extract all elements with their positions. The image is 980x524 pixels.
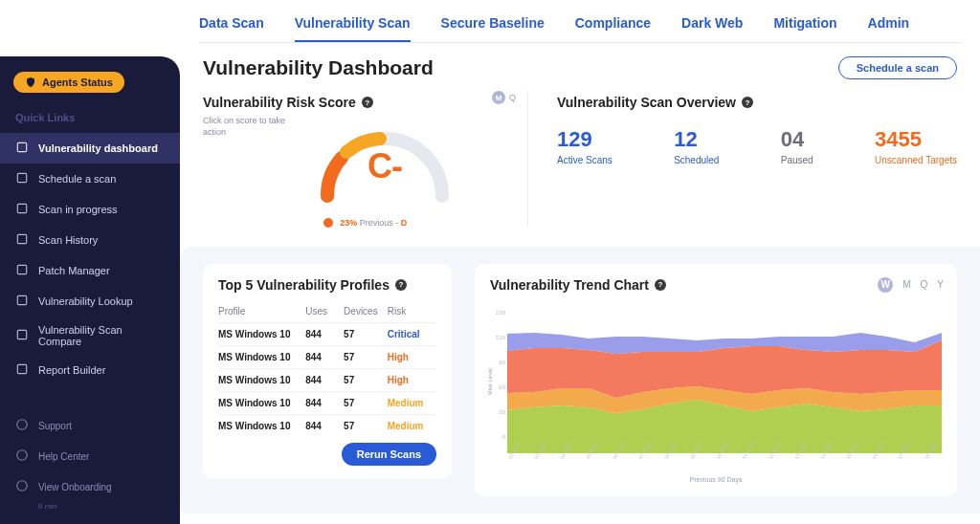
cell-uses: 844 bbox=[305, 352, 344, 362]
stat-scheduled[interactable]: 12Scheduled bbox=[674, 127, 719, 165]
svg-rect-6 bbox=[17, 330, 26, 338]
trend-card: Vulnerability Trend Chart? WMQY Risk Lev… bbox=[475, 264, 957, 496]
range-q-button[interactable]: Q bbox=[509, 93, 516, 102]
table-row[interactable]: MS Windows 1084457High bbox=[218, 346, 436, 369]
table-row[interactable]: MS Windows 1084457High bbox=[218, 369, 436, 392]
cell-uses: 844 bbox=[305, 375, 344, 385]
risk-range-toggle[interactable]: M Q bbox=[492, 91, 516, 104]
sidebar-item-label: Scan in progress bbox=[38, 204, 118, 215]
tab-secure-baseline[interactable]: Secure Baseline bbox=[441, 10, 545, 42]
agents-status-pill[interactable]: Agents Status bbox=[13, 72, 124, 93]
stat-number: 129 bbox=[557, 127, 612, 152]
report-icon bbox=[15, 362, 29, 378]
schedule-scan-button[interactable]: Schedule a scan bbox=[838, 56, 957, 79]
cell-profile: MS Windows 10 bbox=[218, 329, 305, 339]
onboarding-note: 6 min bbox=[0, 502, 180, 514]
stat-label: Active Scans bbox=[557, 155, 612, 165]
help-icon[interactable]: ? bbox=[742, 97, 753, 108]
top-tabs: Data ScanVulnerability ScanSecure Baseli… bbox=[180, 0, 980, 42]
table-row[interactable]: MS Windows 1084457Critical bbox=[218, 323, 436, 346]
risk-footer: 23% Previous - D bbox=[203, 217, 527, 228]
help-icon[interactable]: ? bbox=[395, 279, 407, 291]
sidebar-item-support[interactable]: Support bbox=[0, 410, 180, 441]
sidebar-item-schedule-a-scan[interactable]: Schedule a scan bbox=[0, 164, 180, 194]
table-row[interactable]: MS Windows 1084457Medium bbox=[218, 415, 436, 437]
trend-plot bbox=[507, 310, 942, 453]
history-icon bbox=[15, 232, 29, 248]
trend-range-toggle[interactable]: WMQY bbox=[878, 277, 944, 293]
svg-point-9 bbox=[17, 450, 28, 461]
risk-score-card: Vulnerability Risk Score? M Q Click on s… bbox=[203, 91, 528, 228]
table-row[interactable]: MS Windows 1084457Medium bbox=[218, 392, 436, 415]
sidebar-item-vulnerability-dashboard[interactable]: Vulnerability dashboard bbox=[0, 133, 180, 164]
sidebar-item-vulnerability-scan-compare[interactable]: Vulnerability Scan Compare bbox=[0, 317, 180, 355]
range-m-button[interactable]: M bbox=[902, 279, 910, 290]
risk-pct: 23% bbox=[340, 218, 357, 228]
cell-profile: MS Windows 10 bbox=[218, 421, 305, 431]
tab-dark-web[interactable]: Dark Web bbox=[681, 10, 743, 42]
svg-rect-1 bbox=[17, 173, 26, 182]
help-icon[interactable]: ? bbox=[362, 97, 373, 108]
stat-paused[interactable]: 04Paused bbox=[781, 127, 813, 165]
cell-devices: 57 bbox=[344, 398, 388, 408]
help-icon bbox=[15, 448, 29, 464]
svg-rect-0 bbox=[17, 142, 26, 151]
sidebar-item-label: Report Builder bbox=[38, 364, 105, 376]
rerun-scans-button[interactable]: Rerun Scans bbox=[342, 443, 436, 466]
risk-subtext: Click on score to take action bbox=[203, 115, 294, 138]
risk-gauge[interactable]: C- bbox=[303, 110, 466, 215]
sidebar-item-patch-manager[interactable]: Patch Manager bbox=[0, 255, 180, 286]
calendar-icon bbox=[15, 171, 29, 186]
top5-card: Top 5 Vulnerability Profiles? Profile Us… bbox=[203, 264, 452, 479]
cell-uses: 844 bbox=[305, 398, 344, 408]
sidebar-item-view-onboarding[interactable]: View Onboarding bbox=[0, 471, 180, 502]
trend-title: Vulnerability Trend Chart? bbox=[490, 277, 942, 293]
help-icon[interactable]: ? bbox=[655, 279, 666, 291]
svg-rect-2 bbox=[17, 204, 26, 212]
tab-compliance[interactable]: Compliance bbox=[575, 10, 651, 42]
col-devices: Devices bbox=[344, 306, 388, 317]
col-uses: Uses bbox=[305, 306, 344, 317]
trend-chart: Risk Level 1501209060300 bbox=[490, 310, 942, 453]
sidebar-item-help-center[interactable]: Help Center bbox=[0, 441, 180, 471]
quick-links-heading: Quick Links bbox=[0, 106, 180, 133]
tab-data-scan[interactable]: Data Scan bbox=[199, 10, 264, 42]
shield-icon bbox=[25, 76, 36, 88]
cell-risk: High bbox=[388, 352, 436, 362]
sidebar-item-report-builder[interactable]: Report Builder bbox=[0, 355, 180, 385]
dashboard-icon bbox=[15, 141, 29, 156]
sidebar-item-scan-history[interactable]: Scan History bbox=[0, 225, 180, 255]
sidebar-item-vulnerability-lookup[interactable]: Vulnerability Lookup bbox=[0, 286, 180, 317]
page-title: Vulnerability Dashboard bbox=[203, 56, 434, 79]
sidebar-item-scan-in-progress[interactable]: Scan in progress bbox=[0, 194, 180, 225]
progress-icon bbox=[15, 202, 29, 217]
range-q-button[interactable]: Q bbox=[921, 279, 928, 290]
stat-number: 04 bbox=[781, 127, 813, 152]
risk-prev-grade: D bbox=[401, 218, 408, 228]
stat-label: Unscanned Targets bbox=[875, 155, 957, 165]
tab-mitigation[interactable]: Mitigation bbox=[773, 10, 836, 42]
stat-label: Scheduled bbox=[674, 155, 719, 165]
x-axis: 02.12.2103.12.2104.12.2105.12.2106.12.21… bbox=[490, 457, 942, 463]
stat-active-scans[interactable]: 129Active Scans bbox=[557, 127, 612, 165]
svg-point-8 bbox=[17, 420, 28, 430]
cell-devices: 57 bbox=[344, 421, 388, 431]
cell-devices: 57 bbox=[344, 329, 388, 339]
range-m-button[interactable]: M bbox=[492, 91, 505, 104]
agents-status-label: Agents Status bbox=[42, 76, 113, 88]
svg-rect-5 bbox=[17, 295, 26, 304]
tab-vulnerability-scan[interactable]: Vulnerability Scan bbox=[295, 10, 411, 42]
range-w-button[interactable]: W bbox=[878, 277, 893, 293]
range-y-button[interactable]: Y bbox=[937, 279, 944, 290]
cell-risk: High bbox=[388, 375, 436, 385]
svg-rect-3 bbox=[17, 234, 26, 243]
risk-prev-label: Previous - bbox=[360, 218, 401, 228]
cell-profile: MS Windows 10 bbox=[218, 398, 305, 408]
svg-rect-7 bbox=[17, 364, 26, 373]
scan-overview-card: Vulnerability Scan Overview? 129Active S… bbox=[528, 91, 957, 228]
compare-icon bbox=[15, 328, 29, 343]
tab-admin[interactable]: Admin bbox=[868, 10, 910, 42]
sidebar-item-label: Help Center bbox=[38, 451, 89, 462]
stat-unscanned-targets[interactable]: 3455Unscanned Targets bbox=[875, 127, 957, 165]
status-dot-icon bbox=[323, 218, 333, 228]
